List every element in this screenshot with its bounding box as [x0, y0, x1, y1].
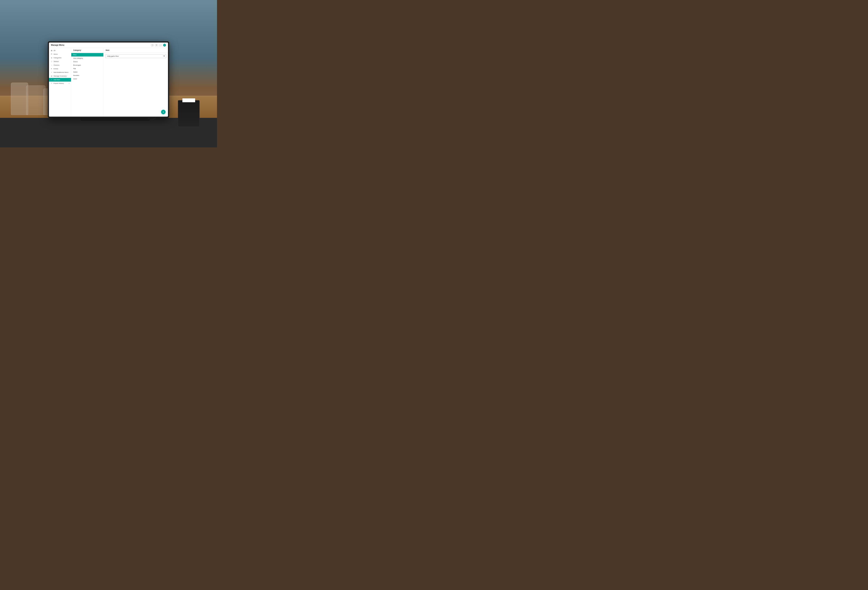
sidebar-item-add-additional-menu[interactable]: + Add Additional Menu — [49, 71, 71, 74]
fab-add-button[interactable]: + — [161, 110, 165, 114]
background: Manage Menu ⎙ ⚙ ⌂ 🛒 ▦ All — [0, 0, 217, 147]
jar-2 — [26, 86, 46, 115]
print-icon[interactable]: ⎙ — [151, 44, 154, 47]
category-item-juice[interactable]: Juice — [71, 77, 103, 81]
category-header: Category — [71, 48, 103, 53]
item-header: Item — [103, 48, 168, 53]
header-icons: ⎙ ⚙ ⌂ 🛒 — [151, 44, 166, 47]
variant-icon: ◇ — [50, 61, 53, 62]
receipt-printer — [178, 100, 199, 127]
category-item-italian[interactable]: Italian — [71, 70, 103, 74]
category-item-pijk[interactable]: Pijk — [71, 67, 103, 70]
chevron-right-icon-2: › — [69, 83, 69, 84]
plus-icon: + — [50, 71, 53, 74]
app-title: Manage Menu — [51, 44, 64, 46]
app-header: Manage Menu ⎙ ⚙ ⌂ 🛒 — [49, 43, 168, 48]
extras-icon: ✦ — [50, 68, 53, 70]
grid-icon: ▦ — [50, 50, 53, 52]
sidebar-item-variant[interactable]: ◇ Variant — [49, 60, 71, 64]
sidebar-item-categories[interactable]: ◈ Categories — [49, 56, 71, 60]
sidebar-item-extras[interactable]: ✦ Extras — [49, 67, 71, 71]
item-panel: Item chilly garlic Rice + — [103, 48, 168, 117]
app-body: ▦ All ☰ Items ◈ Categories ◇ — [49, 48, 168, 117]
item-dropdown[interactable]: chilly garlic Rice — [105, 54, 167, 58]
category-item-beverages[interactable]: Beverages — [71, 64, 103, 67]
category-item-new-category[interactable]: new category — [71, 56, 103, 60]
sidebar-item-choices[interactable]: ○ Choices — [49, 64, 71, 67]
category-item-rice[interactable]: Rice — [71, 53, 103, 56]
screen: Manage Menu ⎙ ⚙ ⌂ 🛒 ▦ All — [49, 43, 168, 117]
category-panel: Category Rice new category Greco — [71, 48, 103, 117]
list-icon: ☰ — [50, 53, 53, 55]
cart-icon[interactable]: 🛒 — [163, 44, 166, 47]
sidebar-item-all[interactable]: ▦ All — [49, 49, 71, 52]
app-container: Manage Menu ⎙ ⚙ ⌂ 🛒 ▦ All — [49, 43, 168, 117]
export-icon: ↗ — [50, 83, 53, 84]
settings-icon[interactable]: ⚙ — [155, 44, 158, 47]
choices-icon: ○ — [50, 64, 53, 66]
sidebar-item-items[interactable]: ☰ Items — [49, 52, 71, 56]
sidebar-item-add-item[interactable]: + Add Item › — [49, 78, 71, 81]
content-area: Category Rice new category Greco — [71, 48, 168, 117]
sidebar: ▦ All ☰ Items ◈ Categories ◇ — [49, 48, 71, 117]
sidebar-item-manage-inventory[interactable]: ▤ Manage Inventory — [49, 74, 71, 78]
sidebar-item-export-history[interactable]: ↗ Export History › — [49, 81, 71, 85]
category-item-greco[interactable]: Greco — [71, 60, 103, 64]
category-list: Rice new category Greco Beverages — [71, 53, 103, 117]
monitor: Manage Menu ⎙ ⚙ ⌂ 🛒 ▦ All — [48, 41, 169, 118]
category-item-noodles[interactable]: Noodles — [71, 74, 103, 77]
tag-icon: ◈ — [50, 57, 53, 59]
add-icon: + — [50, 79, 53, 81]
inventory-icon: ▤ — [50, 75, 53, 77]
home-icon[interactable]: ⌂ — [159, 44, 162, 47]
jar-1 — [11, 83, 28, 115]
chevron-right-icon: › — [69, 79, 69, 80]
